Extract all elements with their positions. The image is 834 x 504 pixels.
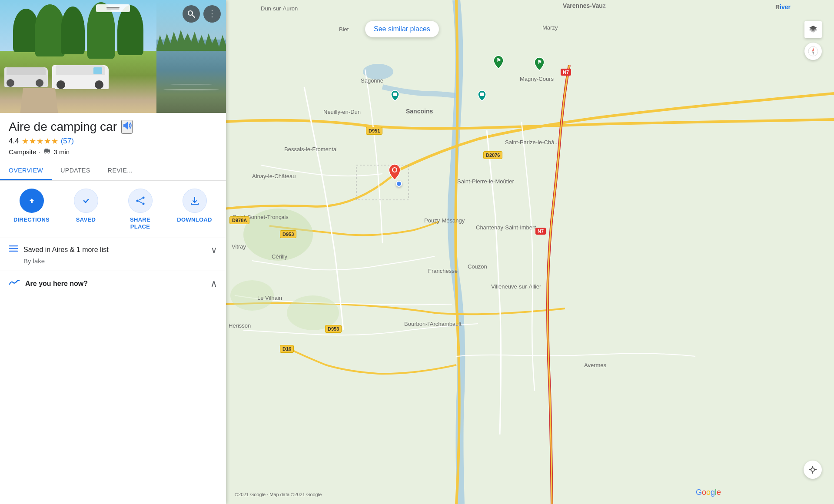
saved-icon-circle [74,189,98,213]
saved-row: Saved in Aires & 1 more list ∨ [9,244,217,255]
rating-row: 4.4 ★ ★ ★ ★ ★ (57) [9,136,217,146]
directions-label: DIRECTIONS [13,216,50,223]
saved-section: Saved in Aires & 1 more list ∨ By lake [0,238,226,271]
star-half: ★ [51,136,58,146]
svg-rect-8 [393,93,397,96]
svg-point-32 [142,203,144,205]
svg-rect-27 [45,149,48,150]
svg-text:⚑: ⚑ [537,59,542,65]
google-logo: Google [696,488,721,497]
svg-point-2 [243,209,313,261]
tab-overview[interactable]: OVERVIEW [0,162,52,180]
svg-point-30 [142,197,144,199]
directions-button[interactable]: DIRECTIONS [4,189,59,230]
svg-line-34 [138,201,142,203]
category-row: Campsite · 3 min [9,148,217,156]
share-place-label: SHAREPLACE [130,216,150,230]
more-options-button[interactable]: ⋮ [203,5,221,23]
saved-chevron[interactable]: ∨ [211,245,217,255]
location-button[interactable] [804,461,822,479]
see-similar-button[interactable]: See similar places [365,21,439,37]
svg-point-1 [363,64,393,80]
user-location-dot [396,181,402,187]
tab-updates[interactable]: UPDATES [52,162,99,180]
review-count[interactable]: (57) [61,137,74,146]
photo-area: ⋮ [0,0,226,113]
compass-button[interactable] [804,43,822,60]
tab-reviews[interactable]: REVIE... [99,162,142,180]
here-text: Are you here now? [25,280,88,288]
photo-left[interactable] [0,0,156,113]
download-label: DOWNLOAD [177,216,212,223]
star-4: ★ [44,136,51,146]
svg-text:⚑: ⚑ [496,57,501,63]
map-marker-teal-2[interactable] [477,90,487,102]
layers-button[interactable] [804,21,822,38]
download-button[interactable]: DOWNLOAD [167,189,222,230]
drive-icon [43,148,51,156]
svg-marker-25 [123,122,128,129]
svg-line-33 [138,199,142,201]
info-section: Aire de camping car 4.4 ★ ★ ★ ★ ★ (57) C… [0,113,226,156]
trend-icon [9,278,20,289]
saved-text: Saved in Aires & 1 more list [23,246,109,254]
saved-left: Saved in Aires & 1 more list [9,244,109,255]
star-1: ★ [22,136,29,146]
here-left: Are you here now? [9,278,88,289]
sidebar: ⋮ Aire de camping car 4.4 ★ ★ ★ ★ ★ [0,0,226,504]
star-2: ★ [29,136,36,146]
map-marker-red[interactable] [388,163,401,181]
svg-point-4 [230,280,274,311]
directions-icon-circle [20,189,44,213]
actions-row: DIRECTIONS SAVED SHAREPLAC [0,181,226,238]
svg-line-24 [192,15,195,17]
download-icon-circle [183,189,207,213]
svg-point-29 [48,152,50,153]
expand-button[interactable] [96,4,130,12]
svg-marker-14 [809,30,817,33]
by-lake-text: By lake [9,257,217,265]
svg-point-28 [44,152,46,153]
svg-rect-9 [480,93,484,96]
place-name-row: Aire de camping car [9,120,217,134]
drive-time: 3 min [54,148,70,156]
svg-point-11 [393,168,396,172]
here-section[interactable]: Are you here now? ∧ [0,271,226,296]
svg-point-18 [811,468,814,471]
map-marker-green-2[interactable]: ⚑ [534,56,545,71]
category-text: Campsite [9,148,36,156]
map-marker-teal-1[interactable] [390,90,400,102]
tabs: OVERVIEW UPDATES REVIE... [0,162,226,181]
share-icon-circle [128,189,153,213]
share-place-button[interactable]: SHAREPLACE [113,189,167,230]
star-3: ★ [37,136,43,146]
list-icon [9,244,18,255]
sound-button[interactable] [121,120,133,134]
svg-point-3 [287,295,339,330]
stars: ★ ★ ★ ★ ★ [22,136,58,146]
here-chevron[interactable]: ∧ [210,278,217,289]
svg-point-31 [136,200,138,202]
saved-button[interactable]: SAVED [59,189,113,230]
map-attribution: ©2021 Google · Map data ©2021 Google [235,492,322,497]
search-button[interactable] [183,5,200,23]
map-marker-green-1[interactable]: ⚑ [493,55,504,70]
photo-controls: ⋮ [183,5,221,23]
saved-label: SAVED [76,216,96,223]
place-name: Aire de camping car [9,120,117,134]
rating-number: 4.4 [9,137,19,146]
